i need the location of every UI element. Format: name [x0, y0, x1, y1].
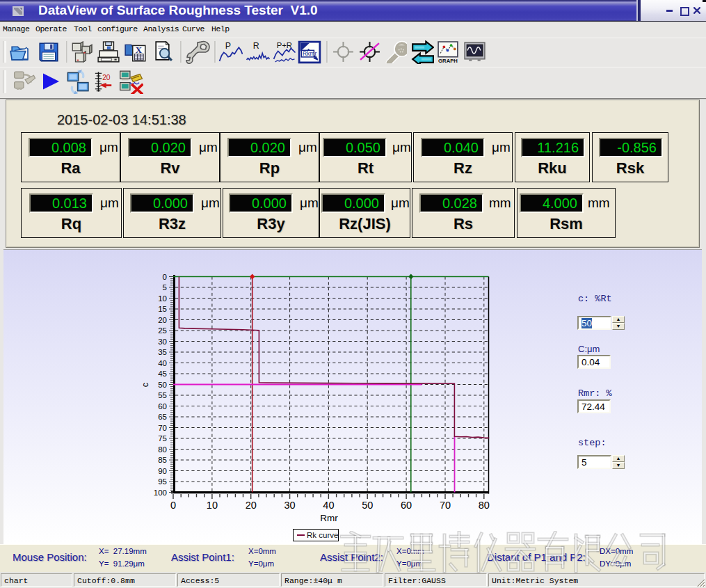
svg-text:0: 0 — [163, 273, 167, 281]
svg-text:45: 45 — [158, 370, 167, 378]
svg-text:Rmr: Rmr — [320, 513, 338, 523]
svg-text:20: 20 — [102, 74, 111, 81]
svg-text:30: 30 — [158, 337, 167, 346]
svg-text:5: 5 — [163, 283, 167, 292]
svg-text:40: 40 — [323, 500, 334, 511]
svg-text:95: 95 — [158, 477, 167, 486]
svg-text:55: 55 — [158, 391, 167, 399]
svg-text:65: 65 — [158, 413, 167, 421]
svg-text:50: 50 — [362, 500, 373, 511]
svg-text:P+R: P+R — [277, 41, 292, 49]
svg-text:10: 10 — [207, 500, 218, 511]
svg-text:c: c — [141, 383, 150, 387]
svg-text:GRAPH: GRAPH — [438, 58, 458, 63]
svg-text:25: 25 — [158, 326, 167, 335]
svg-text:80: 80 — [158, 445, 167, 454]
svg-text:75: 75 — [158, 434, 167, 443]
svg-text:Rkmr: Rkmr — [303, 50, 316, 57]
svg-text:10: 10 — [158, 294, 167, 303]
svg-text:60: 60 — [401, 500, 412, 511]
svg-text:50: 50 — [158, 381, 167, 389]
svg-text:80: 80 — [479, 500, 490, 511]
svg-text:85: 85 — [158, 456, 167, 464]
svg-text:70: 70 — [158, 424, 167, 432]
svg-text:60: 60 — [158, 402, 167, 411]
svg-text:35: 35 — [158, 348, 167, 356]
svg-text:30: 30 — [284, 500, 296, 511]
svg-text:90: 90 — [158, 467, 167, 475]
svg-text:20: 20 — [158, 316, 167, 324]
svg-text:15: 15 — [158, 305, 167, 313]
svg-text:0: 0 — [170, 500, 176, 511]
svg-text:R: R — [253, 41, 259, 51]
svg-text:X: X — [136, 45, 143, 55]
svg-text:70: 70 — [440, 500, 451, 511]
svg-text:40: 40 — [158, 359, 167, 367]
svg-text:100: 100 — [154, 488, 167, 497]
svg-text:P: P — [225, 41, 231, 51]
svg-text:20: 20 — [246, 500, 257, 511]
